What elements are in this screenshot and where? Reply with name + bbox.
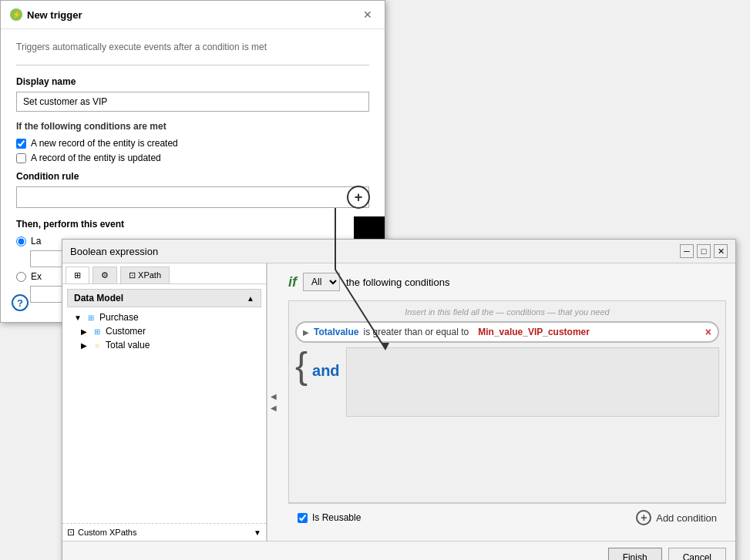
- xpath-icon: ⊡: [129, 270, 136, 280]
- checkbox-updated-label: A record of the entity is updated: [31, 153, 161, 163]
- perform-label: Then, perform this event: [16, 219, 369, 230]
- following-text: the following conditions: [346, 277, 449, 288]
- tree-label-customer: Customer: [106, 326, 146, 337]
- boolean-footer: Finish Cancel: [62, 541, 735, 560]
- condition-rule-field: +: [16, 186, 369, 208]
- trigger-title-left: New trigger: [10, 8, 82, 21]
- scroll-arrows: ◀ ◀: [267, 263, 279, 541]
- conditions-label: If the following conditions are met: [16, 121, 369, 132]
- custom-xpaths-row: ⊡ Custom XPaths ▼: [62, 523, 266, 541]
- if-label: if: [288, 274, 297, 290]
- help-icon[interactable]: ?: [12, 294, 29, 311]
- condition-field: Totalvalue: [314, 327, 358, 337]
- display-name-label: Display name: [16, 76, 369, 87]
- custom-xpaths-icon: ⊡: [67, 527, 75, 538]
- divider-1: [16, 65, 369, 65]
- left-panel-tabs: ⊞ ⚙ ⊡ XPath: [62, 263, 266, 284]
- and-section: { and: [295, 347, 719, 417]
- boolean-expression-dialog: Boolean expression ─ □ ✕ ⊞ ⚙ ⊡ XPath: [62, 239, 736, 560]
- tree-label-totalvalue: Total value: [106, 340, 150, 350]
- gear-icon: ⚙: [101, 270, 109, 280]
- tab-xpath[interactable]: ⊡ XPath: [120, 267, 170, 283]
- tab-data-model[interactable]: ⊞: [66, 267, 89, 283]
- add-condition-button[interactable]: + Add condition: [636, 510, 717, 525]
- and-right-area: [346, 347, 719, 417]
- is-reusable-checkbox[interactable]: [298, 513, 308, 523]
- boolean-body: ⊞ ⚙ ⊡ XPath Data Model ▲ ▼ ⊞: [62, 263, 735, 541]
- boolean-bottom: Is Reusable + Add condition: [288, 503, 726, 531]
- trigger-close-button[interactable]: ✕: [360, 7, 375, 22]
- tree-scroll-up[interactable]: ▲: [247, 294, 254, 303]
- tree-label-purchase: Purchase: [99, 312, 139, 323]
- cancel-button[interactable]: Cancel: [668, 548, 726, 560]
- tree-item-purchase[interactable]: ▼ ⊞ Purchase: [67, 310, 261, 324]
- is-reusable-label: Is Reusable: [312, 512, 361, 523]
- calc-icon-totalvalue: ○: [92, 340, 103, 350]
- condition-op: is greater than or equal to: [363, 327, 469, 337]
- remove-condition-button[interactable]: ×: [705, 326, 711, 338]
- window-controls: ─ □ ✕: [680, 244, 728, 258]
- condition-rule-input[interactable]: [17, 189, 368, 206]
- condition-row-1: ▶ Totalvalue is greater than or equal to…: [295, 321, 719, 343]
- checkbox-created[interactable]: [16, 139, 26, 149]
- custom-xpaths-label: Custom XPaths: [78, 528, 136, 537]
- checkbox-row-1: A new record of the entity is created: [16, 138, 369, 149]
- curly-brace-icon: {: [295, 347, 308, 384]
- condition-value: Min_value_VIP_customer: [478, 327, 590, 337]
- radio-la-label: La: [31, 236, 41, 246]
- left-panel-tree: Data Model ▲ ▼ ⊞ Purchase ▶ ⊞ Customer ▶…: [62, 284, 266, 523]
- maximize-button[interactable]: □: [697, 244, 711, 258]
- black-rect: [354, 216, 385, 240]
- boolean-dialog-title: Boolean expression: [70, 246, 158, 257]
- trigger-title-bar: New trigger ✕: [1, 1, 385, 29]
- trigger-icon: [10, 8, 22, 21]
- boolean-title-bar: Boolean expression ─ □ ✕: [62, 240, 735, 263]
- checkbox-updated[interactable]: [16, 153, 26, 163]
- scroll-right-arrow[interactable]: ◀: [269, 402, 278, 414]
- condition-rule-label: Condition rule: [16, 171, 369, 182]
- scroll-left-arrow[interactable]: ◀: [269, 391, 278, 402]
- tree-header: Data Model ▲: [67, 289, 261, 307]
- left-panel: ⊞ ⚙ ⊡ XPath Data Model ▲ ▼ ⊞: [62, 263, 267, 541]
- table-icon: ⊞: [74, 270, 81, 280]
- is-reusable-row: Is Reusable: [298, 512, 361, 523]
- radio-ex[interactable]: [16, 272, 26, 282]
- custom-xpaths-scroll-down[interactable]: ▼: [254, 528, 261, 537]
- tree-header-label: Data Model: [74, 293, 123, 303]
- and-label: { and: [295, 354, 340, 384]
- if-row: if All the following conditions: [288, 273, 726, 291]
- finish-button[interactable]: Finish: [608, 548, 662, 560]
- expander-totalvalue: ▶: [79, 340, 89, 350]
- tree-item-customer[interactable]: ▶ ⊞ Customer: [67, 324, 261, 338]
- radio-ex-label: Ex: [31, 271, 42, 282]
- display-name-input[interactable]: [16, 92, 369, 112]
- table-icon-customer: ⊞: [92, 326, 103, 337]
- insert-hint: Insert in this field all the — condition…: [295, 307, 719, 317]
- boolean-close-button[interactable]: ✕: [714, 244, 728, 258]
- trigger-dialog-title: New trigger: [27, 9, 82, 21]
- checkbox-row-2: A record of the entity is updated: [16, 153, 369, 163]
- tree-item-totalvalue[interactable]: ▶ ○ Total value: [67, 338, 261, 352]
- add-condition-label: Add condition: [656, 512, 717, 524]
- conditions-area: Insert in this field all the — condition…: [288, 300, 726, 503]
- add-condition-plus-button[interactable]: +: [347, 186, 370, 209]
- xpath-label: XPath: [138, 270, 161, 280]
- minimize-button[interactable]: ─: [680, 244, 694, 258]
- table-icon-purchase: ⊞: [86, 312, 96, 323]
- right-panel: if All the following conditions Insert i…: [279, 263, 735, 541]
- radio-la[interactable]: [16, 236, 26, 246]
- checkbox-created-label: A new record of the entity is created: [31, 138, 178, 149]
- and-text: and: [312, 362, 340, 380]
- add-condition-plus-icon: +: [636, 510, 651, 525]
- expander-customer: ▶: [79, 327, 89, 336]
- trigger-subtitle: Triggers automatically execute events af…: [16, 42, 369, 52]
- tab-settings[interactable]: ⚙: [92, 267, 117, 283]
- cond-arrow: ▶: [303, 328, 309, 337]
- all-select[interactable]: All: [303, 273, 340, 291]
- expander-purchase: ▼: [73, 313, 82, 322]
